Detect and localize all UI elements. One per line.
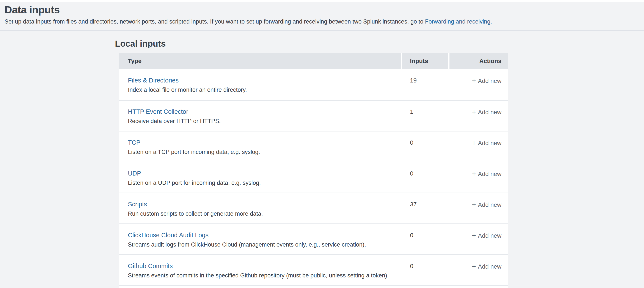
add-new-label: Add new [478, 263, 502, 270]
type-cell: TCP Listen on a TCP port for incoming da… [119, 131, 401, 162]
page-subtitle-text: Set up data inputs from files and direct… [4, 18, 425, 25]
type-cell: Files & Directories Index a local file o… [119, 69, 401, 100]
plus-icon: + [472, 201, 476, 208]
table-header-row: Type Inputs Actions [119, 53, 508, 69]
type-cell: UDP Listen on a UDP port for incoming da… [119, 162, 401, 193]
inputs-count: 1 [402, 101, 448, 131]
table-row: HTTP Event Collector Receive data over H… [119, 100, 508, 131]
section-title-local-inputs: Local inputs [115, 39, 644, 48]
plus-icon: + [472, 77, 476, 85]
inputs-count: 0 [402, 131, 448, 162]
table-row: ClickHouse Cloud Audit Logs Streams audi… [119, 223, 508, 254]
input-type-link[interactable]: HTTP Event Collector [128, 108, 188, 115]
input-type-description: Index a local file or monitor an entire … [128, 86, 401, 94]
add-new-label: Add new [478, 232, 502, 239]
table-row: UDP Listen on a UDP port for incoming da… [119, 162, 508, 193]
actions-cell: +Add new [450, 255, 508, 285]
actions-cell: +Add new [450, 224, 508, 254]
input-type-description: Listen on a UDP port for incoming data, … [128, 179, 401, 186]
inputs-count: 0 [402, 255, 448, 285]
type-cell: HTTP Event Collector Receive data over H… [119, 101, 401, 131]
input-type-description: Streams events of commits in the specifi… [128, 272, 401, 279]
plus-icon: + [472, 262, 476, 270]
input-type-description: Receive data over HTTP or HTTPS. [128, 117, 401, 125]
actions-cell: +Add new [450, 131, 508, 162]
page-subtitle: Set up data inputs from files and direct… [4, 18, 635, 25]
actions-cell: +Add new [450, 69, 508, 100]
input-type-link[interactable]: Scripts [128, 201, 147, 208]
input-type-description: Streams audit logs from ClickHouse Cloud… [128, 241, 401, 248]
plus-icon: + [472, 170, 476, 178]
add-new-link[interactable]: +Add new [472, 78, 502, 84]
input-type-link[interactable]: Files & Directories [128, 77, 178, 84]
input-type-link[interactable]: UDP [128, 170, 141, 177]
plus-icon: + [472, 139, 476, 147]
column-header-type: Type [119, 53, 401, 69]
type-cell: ClickHouse Cloud Audit Logs Streams audi… [119, 224, 401, 254]
add-new-label: Add new [478, 109, 502, 116]
add-new-link[interactable]: +Add new [472, 263, 502, 270]
add-new-link[interactable]: +Add new [472, 109, 502, 116]
input-type-link[interactable]: ClickHouse Cloud Audit Logs [128, 231, 208, 239]
type-cell: Scripts Run custom scripts to collect or… [119, 193, 401, 223]
add-new-link[interactable]: +Add new [472, 140, 502, 146]
table-body: Files & Directories Index a local file o… [119, 69, 508, 285]
add-new-link[interactable]: +Add new [472, 232, 502, 239]
page-title: Data inputs [4, 4, 635, 16]
plus-icon: + [472, 108, 476, 116]
table-row: Scripts Run custom scripts to collect or… [119, 193, 508, 223]
actions-cell: +Add new [450, 162, 508, 193]
actions-cell: +Add new [450, 193, 508, 223]
table-row-partial [119, 285, 508, 288]
actions-cell: +Add new [450, 101, 508, 131]
add-new-link[interactable]: +Add new [472, 201, 502, 208]
add-new-label: Add new [478, 78, 502, 84]
page-header: Data inputs Set up data inputs from file… [0, 2, 644, 31]
add-new-label: Add new [478, 140, 502, 146]
input-type-link[interactable]: Github Commits [128, 262, 173, 270]
table-row: Github Commits Streams events of commits… [119, 254, 508, 285]
forwarding-and-receiving-link[interactable]: Forwarding and receiving. [425, 18, 492, 25]
type-cell: Github Commits Streams events of commits… [119, 255, 401, 285]
add-new-link[interactable]: +Add new [472, 171, 502, 177]
local-inputs-table: Type Inputs Actions Files & Directories … [119, 53, 508, 288]
top-edge-strip [0, 0, 644, 2]
input-type-description: Listen on a TCP port for incoming data, … [128, 148, 401, 156]
add-new-label: Add new [478, 171, 502, 177]
main-content: Local inputs Type Inputs Actions Files &… [0, 31, 644, 288]
column-header-inputs: Inputs [402, 53, 448, 69]
input-type-description: Run custom scripts to collect or generat… [128, 210, 401, 217]
plus-icon: + [472, 232, 476, 239]
inputs-count: 0 [402, 162, 448, 193]
input-type-link[interactable]: TCP [128, 139, 140, 146]
add-new-label: Add new [478, 201, 502, 208]
inputs-count: 37 [402, 193, 448, 223]
inputs-count: 0 [402, 224, 448, 254]
table-row: Files & Directories Index a local file o… [119, 69, 508, 100]
table-row: TCP Listen on a TCP port for incoming da… [119, 131, 508, 162]
column-header-actions: Actions [450, 53, 508, 69]
inputs-count: 19 [402, 69, 448, 100]
